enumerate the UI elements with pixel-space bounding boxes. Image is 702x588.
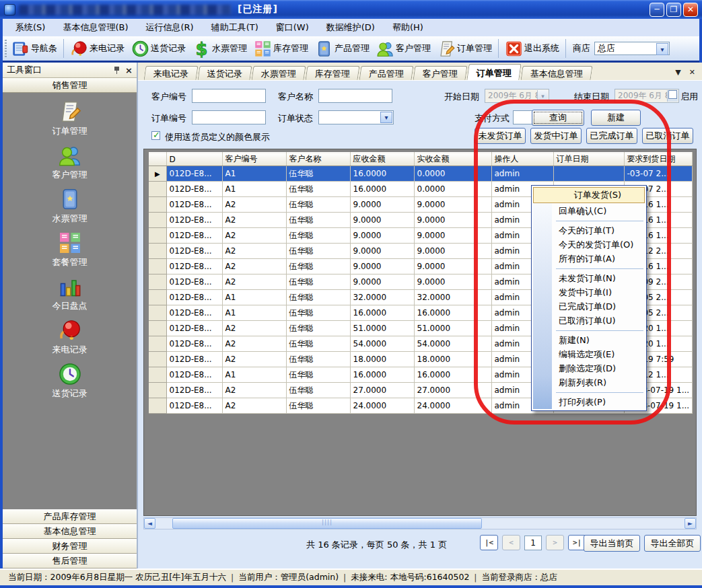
- tab-3[interactable]: 库存管理: [306, 66, 360, 80]
- menu-item-0[interactable]: 系统(S): [7, 20, 54, 36]
- row-selector-cell[interactable]: [149, 290, 166, 305]
- context-menu-item-10[interactable]: 已取消订单(U): [533, 314, 645, 328]
- column-header-0[interactable]: [149, 153, 166, 166]
- query-button[interactable]: 查询: [532, 110, 584, 126]
- row-selector-cell[interactable]: [149, 398, 166, 414]
- toolbar-button-8[interactable]: 订单管理: [434, 38, 495, 59]
- scroll-left-arrow-icon[interactable]: ◄: [144, 518, 155, 529]
- context-menu-item-15[interactable]: 刷新列表(R): [533, 375, 645, 390]
- customer-no-input[interactable]: [192, 89, 266, 103]
- row-selector-cell[interactable]: [149, 274, 166, 290]
- toolbar-button-6[interactable]: 产品管理: [312, 38, 373, 59]
- enable-date-checkbox[interactable]: [668, 90, 677, 99]
- toolbar-button-0[interactable]: 导航条: [8, 38, 61, 59]
- menu-item-5[interactable]: 数据维护(D): [318, 20, 384, 36]
- context-menu-item-14[interactable]: 删除选定项(D): [533, 361, 645, 375]
- order-status-select[interactable]: [318, 110, 394, 124]
- column-header-8[interactable]: 要求到货日期: [624, 153, 693, 166]
- menu-item-1[interactable]: 基本信息管理(B): [54, 20, 137, 36]
- export-current-page-button[interactable]: 导出当前页: [584, 535, 640, 552]
- sidebar-item-3[interactable]: 套餐管理: [3, 231, 137, 268]
- close-button[interactable]: ✕: [683, 3, 698, 17]
- pin-icon[interactable]: [114, 67, 120, 74]
- row-selector-cell[interactable]: ▶: [149, 166, 166, 182]
- context-menu-item-7[interactable]: 未发货订单(N): [533, 271, 645, 285]
- toolbar-button-7[interactable]: 客户管理: [373, 38, 434, 59]
- horizontal-scrollbar[interactable]: ◄ ►: [143, 517, 697, 529]
- new-button[interactable]: 新建: [591, 110, 641, 126]
- context-menu-item-13[interactable]: 编辑选定项(E): [533, 347, 645, 361]
- row-selector-cell[interactable]: [149, 352, 166, 367]
- toolbar-button-2[interactable]: 来电记录: [67, 38, 128, 59]
- row-selector-cell[interactable]: [149, 305, 166, 321]
- tab-dropdown-icon[interactable]: ▼: [675, 68, 680, 77]
- row-selector-cell[interactable]: [149, 336, 166, 352]
- toolbar-button-5[interactable]: 库存管理: [250, 38, 312, 59]
- export-all-pages-button[interactable]: 导出全部页: [644, 535, 701, 552]
- row-selector-cell[interactable]: [149, 197, 166, 213]
- column-header-3[interactable]: 客户名称: [286, 153, 350, 166]
- menu-item-3[interactable]: 辅助工具(T): [203, 20, 267, 36]
- page-number-input[interactable]: 1: [524, 536, 542, 550]
- column-header-5[interactable]: 实收金额: [414, 153, 491, 166]
- menu-item-6[interactable]: 帮助(H): [384, 20, 432, 36]
- order-state-filter-button-0[interactable]: 未发货订单: [475, 128, 526, 144]
- context-menu-item-5[interactable]: 所有的订单(A): [533, 252, 645, 266]
- column-header-2[interactable]: 客户编号: [222, 153, 286, 166]
- row-selector-cell[interactable]: [149, 182, 166, 197]
- prev-page-button[interactable]: <: [502, 535, 520, 550]
- context-menu-item-12[interactable]: 新建(N): [533, 333, 645, 347]
- sidebar-section-header[interactable]: 销售管理: [3, 78, 137, 93]
- sidebar-item-0[interactable]: 订单管理: [3, 100, 137, 137]
- tab-5[interactable]: 客户管理: [413, 66, 468, 80]
- delivery-color-checkbox[interactable]: [151, 131, 160, 140]
- scrollbar-thumb[interactable]: [172, 518, 482, 529]
- sidebar-item-4[interactable]: 今日盘点: [3, 274, 137, 312]
- tab-0[interactable]: 来电记录: [144, 66, 199, 80]
- maximize-button[interactable]: ❐: [666, 3, 681, 17]
- order-no-input[interactable]: [192, 110, 266, 124]
- toolbar-button-4[interactable]: $水票管理: [189, 38, 250, 59]
- context-menu-item-1[interactable]: 回单确认(C): [533, 204, 645, 218]
- sidebar-item-1[interactable]: 客户管理: [3, 143, 137, 181]
- row-selector-cell[interactable]: [149, 244, 166, 259]
- order-state-filter-button-2[interactable]: 已完成订单: [586, 128, 637, 144]
- sidebar-item-5[interactable]: 来电记录: [3, 318, 137, 356]
- row-selector-cell[interactable]: [149, 259, 166, 274]
- sidebar-item-6[interactable]: 送货记录: [3, 362, 137, 400]
- row-selector-cell[interactable]: [149, 367, 166, 383]
- context-menu-item-3[interactable]: 今天的订单(T): [533, 223, 645, 237]
- toolbar-button-10[interactable]: 退出系统: [501, 38, 563, 59]
- minimize-button[interactable]: ─: [650, 3, 664, 17]
- order-state-filter-button-1[interactable]: 发货中订单: [530, 128, 582, 144]
- sidebar-section-0[interactable]: 产品库存管理: [3, 509, 137, 524]
- customer-name-input[interactable]: [318, 89, 392, 103]
- sidebar-section-3[interactable]: 售后管理: [3, 554, 137, 568]
- tab-1[interactable]: 送货记录: [198, 66, 252, 80]
- scroll-right-arrow-icon[interactable]: ►: [685, 518, 696, 529]
- column-header-1[interactable]: D: [166, 153, 222, 166]
- row-selector-cell[interactable]: [149, 383, 166, 398]
- column-header-7[interactable]: 订单日期: [553, 153, 624, 166]
- row-selector-cell[interactable]: [149, 321, 166, 336]
- context-menu-item-8[interactable]: 发货中订单(I): [533, 285, 645, 299]
- order-state-filter-button-3[interactable]: 已取消订单: [642, 128, 693, 144]
- column-header-4[interactable]: 应收金额: [350, 153, 414, 166]
- menu-item-2[interactable]: 运行信息(R): [137, 20, 202, 36]
- row-selector-cell[interactable]: [149, 228, 166, 244]
- context-menu-item-0[interactable]: 订单发货(S): [533, 187, 645, 203]
- menu-item-4[interactable]: 窗口(W): [267, 20, 318, 36]
- table-row[interactable]: ▶012D-E8...A1伍华聪16.00000.0000admin-03-07…: [149, 166, 693, 182]
- column-header-6[interactable]: 操作人: [491, 153, 553, 166]
- tab-close-icon[interactable]: ✕: [689, 68, 695, 77]
- tab-6[interactable]: 订单管理: [466, 64, 521, 80]
- first-page-button[interactable]: |<: [480, 535, 498, 550]
- toolbar-button-3[interactable]: 送货记录: [128, 38, 189, 59]
- sidebar-close-icon[interactable]: ×: [125, 66, 133, 75]
- start-date-picker[interactable]: 2009年 6月 8日: [485, 89, 549, 103]
- context-menu-item-9[interactable]: 已完成订单(D): [533, 299, 645, 314]
- tab-2[interactable]: 水票管理: [252, 66, 306, 80]
- context-menu-item-17[interactable]: 打印列表(P): [533, 395, 645, 409]
- tab-4[interactable]: 产品管理: [359, 66, 414, 80]
- shop-select[interactable]: 总店: [594, 42, 670, 55]
